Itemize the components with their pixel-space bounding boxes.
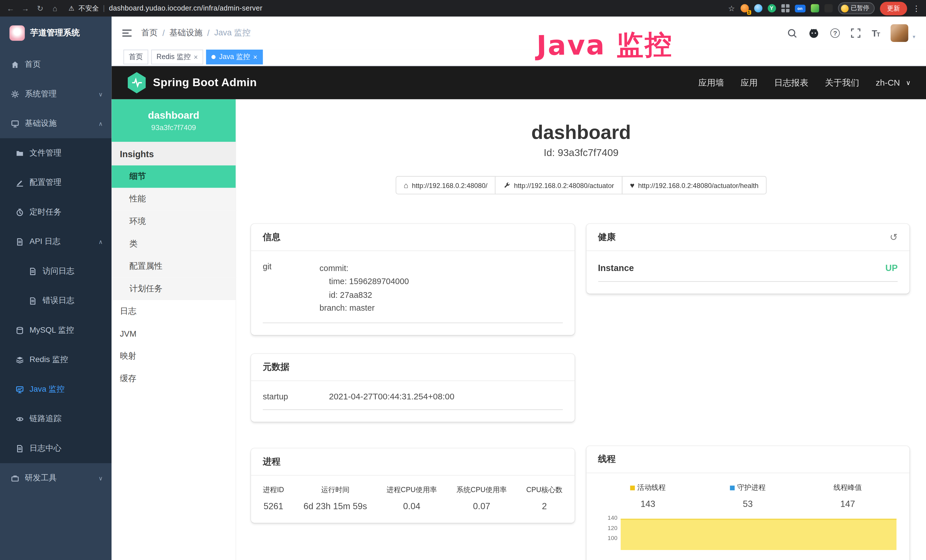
- close-icon[interactable]: ×: [253, 53, 257, 61]
- sidebar-item-trace[interactable]: 链路追踪: [0, 404, 112, 434]
- update-button[interactable]: 更新: [880, 2, 907, 15]
- breadcrumb-infra[interactable]: 基础设施: [169, 28, 203, 38]
- sba-nav: 应用墙 应用 日志报表 关于我们 zh-CN ∨: [698, 77, 911, 88]
- folder-icon: [15, 149, 24, 157]
- sidebar-item-api-log[interactable]: API 日志 ∧: [0, 227, 112, 256]
- sba-item-caches[interactable]: 缓存: [112, 368, 236, 390]
- history-icon[interactable]: ↺: [890, 233, 898, 242]
- sidebar-item-dev-tools[interactable]: 研发工具 ∨: [0, 463, 112, 493]
- sba-item-configprops[interactable]: 配置属性: [112, 255, 236, 278]
- breadcrumb: 首页 / 基础设施 / Java 监控: [141, 28, 251, 38]
- home-button[interactable]: ⌂: [50, 4, 60, 12]
- sba-item-mappings[interactable]: 映射: [112, 345, 236, 368]
- chevron-down-icon: ∨: [98, 91, 103, 97]
- stat-cpu-cores: CPU核心数2: [526, 485, 562, 511]
- sba-nav-wallboard[interactable]: 应用墙: [698, 77, 724, 88]
- paused-label: 已暂停: [851, 4, 869, 12]
- drop-extension-icon[interactable]: [754, 4, 762, 12]
- sba-item-environment[interactable]: 环境: [112, 210, 236, 233]
- cards-grid: 信息 git commit: time: 1596289704000 id: 2…: [236, 224, 926, 560]
- tab-home[interactable]: 首页: [124, 50, 148, 65]
- metadata-card-title: 元数据: [263, 361, 289, 372]
- sidebar-item-log-center[interactable]: 日志中心: [0, 434, 112, 463]
- url-text: dashboard.yudao.iocoder.cn/infra/admin-s…: [109, 4, 262, 12]
- instance-selector[interactable]: dashboard 93a3fc7f7409: [112, 99, 236, 142]
- sba-item-logfile[interactable]: 日志: [112, 300, 236, 322]
- smiley-avatar-icon: [841, 5, 849, 12]
- sba-nav-applications[interactable]: 应用: [740, 77, 758, 88]
- help-icon[interactable]: ?: [831, 28, 840, 38]
- y-extension-icon[interactable]: Y: [767, 4, 776, 12]
- search-icon[interactable]: [787, 28, 797, 38]
- avatar[interactable]: [891, 24, 909, 42]
- address-bar[interactable]: ⚠ 不安全 | dashboard.yudao.iocoder.cn/infra…: [68, 4, 262, 12]
- sidebar-item-access-log[interactable]: 访问日志: [0, 256, 112, 286]
- toolbox-icon: [11, 474, 19, 482]
- forward-button[interactable]: →: [21, 4, 30, 12]
- app-logo-row[interactable]: 芋道管理系统: [0, 17, 112, 50]
- actuator-url-button[interactable]: http://192.168.0.2:48080/actuator: [495, 176, 622, 194]
- sba-item-classes[interactable]: 类: [112, 233, 236, 255]
- chevron-up-icon: ∧: [98, 239, 103, 245]
- reload-button[interactable]: ↻: [35, 4, 45, 12]
- sba-item-scheduled-tasks[interactable]: 计划任务: [112, 278, 236, 300]
- sba-instance-sidebar: dashboard 93a3fc7f7409 Insights 细节 性能 环境…: [112, 99, 236, 560]
- paused-profile-chip[interactable]: 已暂停: [838, 2, 875, 14]
- chevron-up-icon: ∧: [98, 120, 103, 127]
- sba-item-jvm[interactable]: JVM: [112, 322, 236, 345]
- sidebar-item-error-log[interactable]: 错误日志: [0, 286, 112, 316]
- app-topbar: 首页 / 基础设施 / Java 监控 ? TT ▾: [112, 17, 926, 50]
- sidebar-item-system[interactable]: 系统管理 ∨: [0, 79, 112, 109]
- github-icon[interactable]: [808, 28, 819, 38]
- health-url-button[interactable]: ♥ http://192.168.0.2:48080/actuator/heal…: [622, 176, 767, 194]
- sidebar-item-mysql-monitor[interactable]: MySQL 监控: [0, 316, 112, 345]
- monitor-icon: [11, 119, 19, 127]
- sidebar-item-config-manage[interactable]: 配置管理: [0, 168, 112, 197]
- sba-body: dashboard 93a3fc7f7409 Insights 细节 性能 环境…: [112, 99, 926, 560]
- font-size-icon[interactable]: TT: [872, 28, 880, 38]
- leaf-extension-icon[interactable]: [811, 4, 819, 12]
- sba-nav-about[interactable]: 关于我们: [825, 77, 859, 88]
- sba-brand-title[interactable]: Spring Boot Admin: [153, 76, 257, 89]
- browser-menu-icon[interactable]: ⋮: [912, 4, 920, 12]
- health-instance-row[interactable]: Instance UP: [598, 263, 898, 282]
- switch-extension-icon[interactable]: on: [794, 5, 805, 12]
- sidebar-item-home[interactable]: 首页: [0, 50, 112, 79]
- fox-extension-icon[interactable]: 1: [740, 4, 749, 12]
- instance-name: dashboard: [148, 109, 199, 121]
- sba-item-details[interactable]: 细节: [112, 165, 236, 188]
- sidebar-item-scheduled-job[interactable]: 定时任务: [0, 197, 112, 227]
- avatar-caret-icon[interactable]: ▾: [912, 34, 915, 42]
- tab-redis-monitor[interactable]: Redis 监控 ×: [151, 50, 203, 65]
- sba-item-metrics[interactable]: 性能: [112, 188, 236, 210]
- back-button[interactable]: ←: [6, 4, 15, 12]
- tab-java-monitor[interactable]: Java 监控 ×: [206, 50, 263, 65]
- layers-icon: [15, 356, 24, 364]
- sba-nav-language[interactable]: zh-CN: [876, 78, 900, 87]
- sba-nav-journal[interactable]: 日志报表: [774, 77, 808, 88]
- bookmark-star-icon[interactable]: ☆: [728, 4, 735, 12]
- security-label: 不安全: [79, 4, 99, 12]
- service-url-button[interactable]: ⌂ http://192.168.0.2:48080/: [395, 176, 496, 194]
- metadata-card: 元数据 startup 2021-04-27T00:44:31.254+08:0…: [251, 354, 574, 422]
- metadata-row-value: 2021-04-27T00:44:31.254+08:00: [329, 391, 454, 401]
- grid-extension-icon[interactable]: [781, 4, 790, 12]
- health-card: 健康 ↺ Instance UP: [586, 224, 909, 294]
- extension-badge: 1: [747, 10, 751, 15]
- log-center-icon: [15, 444, 24, 453]
- chevron-down-icon[interactable]: ∨: [906, 79, 911, 86]
- stat-system-cpu: 系统CPU使用率0.07: [456, 485, 507, 511]
- sidebar-item-infra[interactable]: 基础设施 ∧: [0, 109, 112, 138]
- plugin-extension-icon[interactable]: [824, 4, 832, 12]
- fullscreen-icon[interactable]: [851, 28, 860, 38]
- hamburger-icon[interactable]: [123, 30, 132, 37]
- sidebar-item-redis-monitor[interactable]: Redis 监控: [0, 345, 112, 375]
- breadcrumb-home[interactable]: 首页: [141, 28, 158, 38]
- edit-icon: [15, 178, 24, 186]
- sidebar-item-java-monitor[interactable]: Java 监控: [0, 375, 112, 404]
- close-icon[interactable]: ×: [194, 53, 198, 61]
- sidebar-item-file-manage[interactable]: 文件管理: [0, 138, 112, 168]
- metadata-row: startup 2021-04-27T00:44:31.254+08:00: [263, 391, 563, 410]
- spring-boot-admin-logo[interactable]: [127, 72, 146, 94]
- stat-uptime: 运行时间6d 23h 15m 59s: [303, 485, 367, 511]
